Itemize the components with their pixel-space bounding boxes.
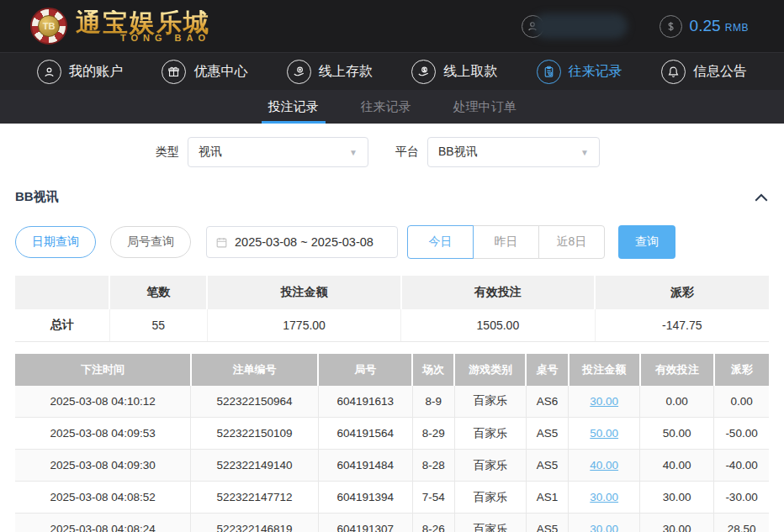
tab-pending-orders[interactable]: 处理中订单 [452,90,518,124]
username-redacted [533,13,628,39]
record-tabs: 投注记录 往来记录 处理中订单 [0,90,784,124]
table-row: 2025-03-08 04:10:12 522322150964 6041916… [15,386,769,418]
bet-time: 2025-03-08 04:09:30 [15,450,191,482]
bet-amount-cell: 30.00 [569,386,640,418]
round-number: 604191564 [318,418,412,450]
valid-bet: 30.00 [640,482,714,514]
nav-promotions[interactable]: 优惠中心 [162,60,247,84]
nav-deposit[interactable]: 线上存款 [287,60,373,84]
bet-amount-link[interactable]: 30.00 [590,491,618,503]
payout: -40.00 [714,450,769,482]
site-title: 通宝娱乐城 [76,10,210,35]
bet-time: 2025-03-08 04:08:24 [15,514,191,532]
col-order-number: 注单编号 [191,354,318,386]
bet-amount-cell: 40.00 [569,450,640,482]
type-label: 类型 [156,145,179,160]
platform-select[interactable]: BB视讯 ▼ [427,137,600,167]
calendar-icon [215,236,228,249]
nav-label: 我的账户 [69,63,123,81]
session: 7-54 [412,482,454,514]
order-number: 522322150109 [191,418,318,450]
col-valid-bet: 有效投注 [640,354,714,386]
tab-betting-records[interactable]: 投注记录 [267,90,320,124]
table-number: AS1 [526,482,568,514]
col-game-type: 游戏类别 [454,354,526,386]
date-query-button[interactable]: 日期查询 [15,226,96,258]
round-number: 604191394 [318,482,412,514]
balance-amount: 0.25 RMB [690,17,749,35]
col-payout: 派彩 [714,354,769,386]
records-icon [537,60,561,84]
table-number: AS6 [526,386,568,418]
round-query-button[interactable]: 局号查询 [110,226,191,258]
bet-amount-cell: 50.00 [569,418,640,450]
summary-table: 笔数 投注金额 有效投注 派彩 总计 55 1775.00 1505.00 -1… [15,276,769,342]
today-button[interactable]: 今日 [407,225,474,259]
type-select[interactable]: 视讯 ▼ [188,137,368,167]
table-row: 2025-03-08 04:09:53 522322150109 6041915… [15,418,769,450]
nav-withdraw[interactable]: 线上取款 [411,60,497,84]
payout: -50.00 [714,418,769,450]
bell-icon [661,60,686,84]
main-navigation: 我的账户 优惠中心 线上存款 线上取款 [0,52,784,90]
wallet-balance[interactable]: 0.25 RMB [660,15,749,38]
collapse-chevron-icon[interactable] [754,192,769,203]
top-bar: TB 通宝娱乐城 TONG BAO 0.25 RMB [0,0,784,52]
table-row: 2025-03-08 04:08:52 522322147712 6041913… [15,482,769,514]
currency-label: RMB [725,22,749,34]
date-range-input[interactable]: 2025-03-08 ~ 2025-03-08 [206,226,398,258]
valid-bet: 30.00 [640,514,714,532]
round-number: 604191307 [318,514,412,532]
nav-label: 往来记录 [569,63,622,81]
query-toolbar: 日期查询 局号查询 2025-03-08 ~ 2025-03-08 今日 昨日 … [15,225,769,259]
poker-chip-icon: TB [30,8,67,45]
col-round-number: 局号 [318,354,412,386]
summary-header-row: 笔数 投注金额 有效投注 派彩 [15,276,769,309]
platform-select-value: BB视讯 [438,145,478,160]
order-number: 522322147712 [191,482,318,514]
nav-transaction-records[interactable]: 往来记录 [537,60,622,84]
nav-label: 信息公告 [693,63,747,81]
summary-bet-amount: 1775.00 [207,309,400,341]
platform-section-header: BB视讯 [15,189,769,205]
session: 8-26 [412,514,454,532]
bet-amount-link[interactable]: 30.00 [590,523,618,532]
game-type: 百家乐 [454,482,526,514]
payout: 0.00 [714,386,769,418]
user-account-area[interactable] [522,13,628,39]
tab-transaction-records[interactable]: 往来记录 [359,90,413,124]
chevron-down-icon: ▼ [580,148,589,157]
bet-amount-link[interactable]: 30.00 [590,395,618,408]
nav-my-account[interactable]: 我的账户 [37,60,123,84]
nav-announcements[interactable]: 信息公告 [661,60,747,84]
summary-count: 55 [109,309,207,341]
last-8-days-button[interactable]: 近8日 [538,225,605,259]
game-type: 百家乐 [454,418,526,450]
session: 8-28 [412,450,454,482]
quick-range-group: 今日 昨日 近8日 [407,225,605,259]
bet-amount-cell: 30.00 [569,514,640,532]
withdraw-icon [411,60,436,84]
payout: -30.00 [714,482,769,514]
nav-label: 优惠中心 [193,63,247,81]
round-number: 604191484 [318,450,412,482]
main-content: 类型 视讯 ▼ 平台 BB视讯 ▼ BB视讯 日期查询 局号查询 2025-0 [0,124,784,532]
bet-amount-link[interactable]: 40.00 [590,459,618,471]
summary-payout: -147.75 [595,309,769,341]
valid-bet: 40.00 [640,450,714,482]
yesterday-button[interactable]: 昨日 [473,225,539,259]
bet-amount-link[interactable]: 50.00 [590,427,618,440]
summary-total-label: 总计 [15,309,109,341]
search-button[interactable]: 查询 [618,225,675,259]
site-logo[interactable]: TB 通宝娱乐城 TONG BAO [30,8,210,45]
order-number: 522322149140 [191,450,318,482]
game-type: 百家乐 [454,386,526,418]
table-number: AS5 [526,514,568,532]
chevron-down-icon: ▼ [349,148,358,157]
bet-time: 2025-03-08 04:10:12 [15,386,191,418]
col-session: 场次 [412,354,454,386]
round-number: 604191613 [318,386,412,418]
filter-row: 类型 视讯 ▼ 平台 BB视讯 ▼ [156,137,769,167]
table-row: 2025-03-08 04:08:24 522322146819 6041913… [15,514,769,532]
valid-bet: 0.00 [640,386,714,418]
